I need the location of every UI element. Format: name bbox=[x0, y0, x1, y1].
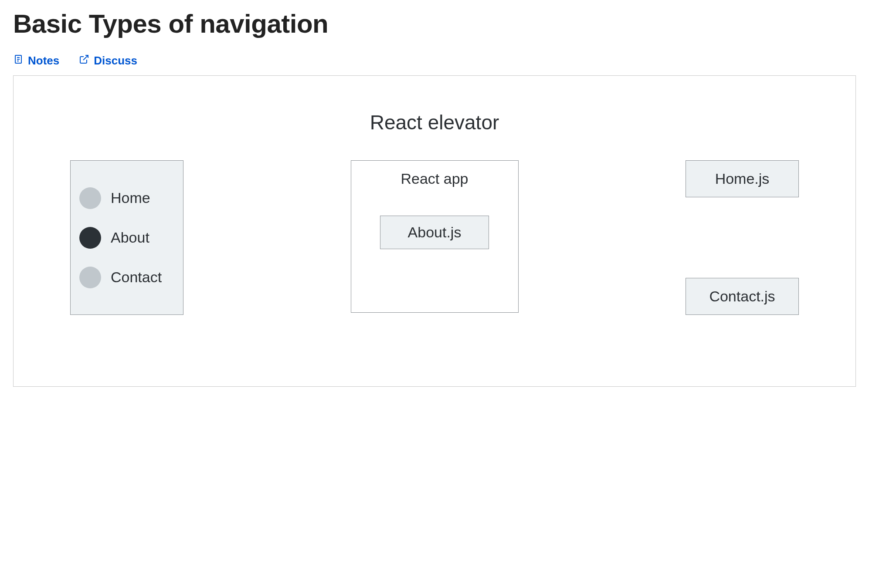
nav-item-label: About bbox=[111, 229, 149, 246]
nav-dot-icon bbox=[79, 187, 101, 209]
svg-line-4 bbox=[83, 55, 88, 60]
nav-panel: Home About Contact bbox=[70, 160, 183, 315]
diagram: Home About Contact React app About.js Ho… bbox=[40, 160, 829, 315]
react-app-box: React app About.js bbox=[351, 160, 519, 313]
page-title: Basic Types of navigation bbox=[13, 9, 856, 39]
notes-icon bbox=[13, 54, 24, 68]
loaded-file-chip: About.js bbox=[380, 216, 489, 249]
nav-item-label: Contact bbox=[111, 269, 162, 286]
app-box-title: React app bbox=[401, 170, 468, 187]
nav-item-label: Home bbox=[111, 189, 150, 206]
file-box-contact: Contact.js bbox=[686, 278, 799, 315]
discuss-button[interactable]: Discuss bbox=[79, 54, 137, 68]
notes-label: Notes bbox=[28, 54, 59, 68]
toolbar: Notes Discuss bbox=[13, 54, 856, 68]
slide-title: React elevator bbox=[40, 111, 829, 134]
discuss-label: Discuss bbox=[94, 54, 137, 68]
external-link-icon bbox=[79, 54, 89, 68]
nav-item-home: Home bbox=[79, 187, 174, 209]
slide-frame: React elevator Home About Contact React … bbox=[13, 75, 856, 387]
nav-item-contact: Contact bbox=[79, 267, 174, 288]
nav-item-about: About bbox=[79, 227, 174, 249]
nav-dot-icon bbox=[79, 267, 101, 288]
notes-button[interactable]: Notes bbox=[13, 54, 59, 68]
files-column: Home.js Contact.js bbox=[686, 160, 799, 315]
file-box-home: Home.js bbox=[686, 160, 799, 197]
nav-dot-icon bbox=[79, 227, 101, 249]
